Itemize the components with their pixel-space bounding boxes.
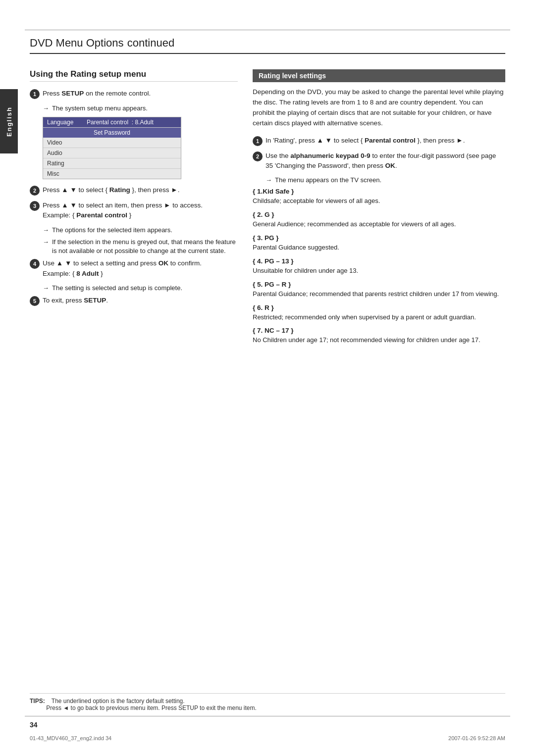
rating-box-header: Rating level settings bbox=[253, 69, 505, 82]
menu-sub-row: Set Password bbox=[43, 128, 181, 138]
right-step-2-num: 2 bbox=[253, 151, 263, 161]
rating-3: { 3. PG } Parental Guidance suggested. bbox=[253, 234, 505, 252]
sidebar-tab: English bbox=[0, 89, 18, 153]
rating-1: { 1.Kid Safe } Childsafe; acceptable for… bbox=[253, 188, 505, 206]
right-step-1: 1 In 'Rating', press ▲ ▼ to select { Par… bbox=[253, 136, 505, 146]
step-2-content: Press ▲ ▼ to select { Rating }, then pre… bbox=[43, 185, 180, 195]
top-rule bbox=[25, 30, 510, 30]
footer-left: 01-43_MDV460_37_eng2.indd 34 bbox=[30, 735, 111, 741]
right-step-2-sub: The menu appears on the TV screen. bbox=[266, 176, 505, 185]
footer-info: 01-43_MDV460_37_eng2.indd 34 2007-01-26 … bbox=[30, 735, 505, 741]
tips-label: TIPS: bbox=[30, 698, 45, 705]
left-column: Using the Rating setup menu 1 Press SETU… bbox=[30, 69, 238, 350]
tips-line1: The underlined option is the factory def… bbox=[52, 698, 185, 705]
rating-2: { 2. G } General Audience; recommended a… bbox=[253, 211, 505, 229]
menu-row-highlighted: Language Parental control : 8.Adult bbox=[43, 117, 181, 128]
step-4-sub: The setting is selected and setup is com… bbox=[43, 284, 238, 293]
rating-5: { 5. PG – R } Parental Guidance; recomme… bbox=[253, 281, 505, 299]
right-step-1-num: 1 bbox=[253, 136, 263, 146]
footer-right: 2007-01-26 9:52:28 AM bbox=[448, 735, 505, 741]
step-3-sub-2: If the selection in the menu is greyed o… bbox=[43, 238, 238, 255]
menu-row-video: Video bbox=[43, 138, 181, 148]
page-container: English DVD Menu Options continued Using… bbox=[0, 0, 535, 756]
menu-screenshot: Language Parental control : 8.Adult Set … bbox=[43, 117, 181, 179]
step-1-num: 1 bbox=[30, 89, 40, 99]
tips-area: TIPS: The underlined option is the facto… bbox=[30, 693, 505, 711]
step-3: 3 Press ▲ ▼ to select an item, then pres… bbox=[30, 201, 238, 221]
step-3-content: Press ▲ ▼ to select an item, then press … bbox=[43, 201, 203, 221]
step-5: 5 To exit, press SETUP. bbox=[30, 296, 238, 306]
right-column: Rating level settings Depending on the D… bbox=[253, 69, 505, 350]
page-number: 34 bbox=[30, 721, 38, 729]
page-title: DVD Menu Options continued bbox=[30, 35, 505, 54]
menu-row-rating: Rating bbox=[43, 158, 181, 169]
right-intro: Depending on the DVD, you may be asked t… bbox=[253, 87, 505, 129]
step-2-num: 2 bbox=[30, 186, 40, 196]
step-3-num: 3 bbox=[30, 201, 40, 211]
right-step-1-content: In 'Rating', press ▲ ▼ to select { Paren… bbox=[266, 136, 465, 146]
content-area: Using the Rating setup menu 1 Press SETU… bbox=[30, 69, 505, 350]
step-1: 1 Press SETUP on the remote control. bbox=[30, 89, 238, 99]
rating-4: { 4. PG – 13 } Unsuitable for children u… bbox=[253, 257, 505, 276]
sidebar-label: English bbox=[5, 106, 13, 137]
step-5-num: 5 bbox=[30, 296, 40, 306]
right-step-2: 2 Use the alphanumeric keypad 0-9 to ent… bbox=[253, 151, 505, 171]
step-2: 2 Press ▲ ▼ to select { Rating }, then p… bbox=[30, 185, 238, 196]
menu-row-misc: Misc bbox=[43, 169, 181, 179]
rating-7: { 7. NC – 17 } No Children under age 17;… bbox=[253, 327, 505, 345]
rating-6: { 6. R } Restricted; recommended only wh… bbox=[253, 304, 505, 322]
left-section-title: Using the Rating setup menu bbox=[30, 69, 238, 82]
step-1-sub: The system setup menu appears. bbox=[43, 104, 238, 113]
step-4-num: 4 bbox=[30, 259, 40, 269]
right-step-2-content: Use the alphanumeric keypad 0-9 to enter… bbox=[266, 151, 505, 171]
step-3-sub-1: The options for the selected item appear… bbox=[43, 226, 238, 235]
bottom-rule bbox=[25, 716, 510, 716]
step-1-content: Press SETUP on the remote control. bbox=[43, 89, 151, 99]
step-4-content: Use ▲ ▼ to select a setting and press OK… bbox=[43, 258, 202, 279]
tips-line2: Press ◄ to go back to previous menu item… bbox=[46, 705, 257, 711]
menu-row-audio: Audio bbox=[43, 148, 181, 158]
step-4: 4 Use ▲ ▼ to select a setting and press … bbox=[30, 258, 238, 279]
step-5-content: To exit, press SETUP. bbox=[43, 296, 108, 305]
page-header: DVD Menu Options continued bbox=[30, 35, 505, 54]
